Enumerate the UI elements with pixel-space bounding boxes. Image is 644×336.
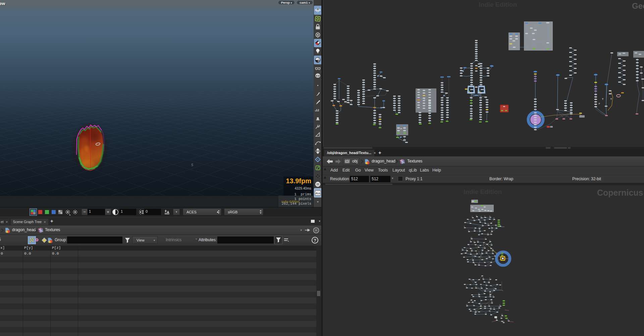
svg-text:?: ? <box>314 238 316 243</box>
svg-text:5: 5 <box>191 163 194 167</box>
svg-text:12: 12 <box>316 109 319 112</box>
